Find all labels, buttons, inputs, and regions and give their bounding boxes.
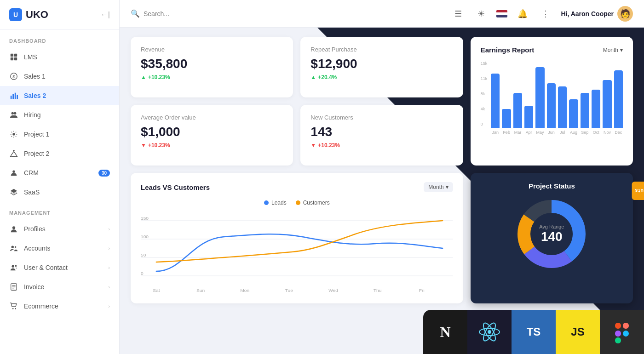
y-axis-labels: 15k 11k 8k 4k 0: [481, 61, 488, 135]
down-arrow-icon-2: ▼: [310, 142, 316, 148]
apps-grid-button[interactable]: ⋮: [538, 6, 553, 22]
svg-point-50: [488, 330, 491, 334]
sidebar-item-invoice[interactable]: Invoice ›: [0, 277, 119, 297]
bar-col-jun: Jun: [547, 83, 556, 135]
sidebar-item-project1[interactable]: Project 1: [0, 125, 119, 144]
bar-label-nov: Nov: [604, 130, 611, 135]
leads-card-header: Leads VS Customers Month ▾: [141, 182, 453, 192]
customers-legend-item: Customers: [296, 200, 330, 206]
sidebar-logo: U UKO ←|: [0, 0, 119, 30]
sidebar-collapse-button[interactable]: ←|: [101, 11, 110, 19]
react-logo-svg: [478, 320, 501, 343]
svg-rect-7: [12, 94, 14, 99]
svg-rect-55: [623, 323, 629, 329]
y-label-15k: 15k: [481, 61, 488, 66]
svg-point-12: [12, 133, 15, 135]
main-content: 🔍 ☰ ☀ 🔔 ⋮ Hi, Aaron Cooper 🧑 Revenue $35…: [120, 0, 644, 354]
line-chart: 150 100 50 0 Sat Sun Mon Tue Wed: [141, 211, 453, 294]
sidebar-section-management: MANAGEMENT: [0, 202, 119, 219]
notifications-button[interactable]: 🔔: [515, 6, 530, 22]
bar-oct: [592, 90, 600, 128]
earnings-card-header: Earnings Report Month ▾: [481, 46, 623, 54]
accounts-icon: [9, 244, 18, 253]
react-icon[interactable]: [467, 310, 512, 354]
repeat-purchase-label: Repeat Purchase: [310, 46, 453, 53]
svg-text:150: 150: [141, 216, 149, 221]
earnings-period-selector[interactable]: Month ▾: [603, 47, 623, 53]
earnings-period-label: Month: [603, 47, 618, 53]
hiring-label: Hiring: [24, 111, 110, 119]
bar-label-jan: Jan: [492, 130, 499, 135]
new-customers-change: ▼ +10.23%: [310, 142, 453, 148]
svg-point-21: [12, 246, 14, 248]
language-selector[interactable]: [496, 10, 507, 17]
svg-rect-1: [14, 54, 17, 57]
tech-icons-row: N TS JS: [423, 310, 644, 354]
bar-may: [535, 67, 544, 128]
sidebar-item-sales2[interactable]: Sales 2: [0, 86, 119, 105]
sidebar-item-sales1[interactable]: $ Sales 1: [0, 67, 119, 86]
bar-col-oct: Oct: [592, 90, 600, 135]
user-profile[interactable]: Hi, Aaron Cooper 🧑: [561, 6, 633, 22]
bar-col-dec: Dec: [614, 70, 623, 135]
bar-col-may: May: [535, 67, 544, 135]
sidebar-section-dashboard: DASHBOARD: [0, 30, 119, 47]
bar-col-nov: Nov: [603, 80, 611, 135]
project-status-card: Project Status Avg Range 140: [471, 173, 633, 303]
bar-chart-inner: JanFebMarAprMayJunJulAugSepOctNovDec: [491, 61, 623, 135]
figma-icon[interactable]: [600, 310, 644, 354]
bar-label-sep: Sep: [581, 130, 588, 135]
grid-icon: [9, 52, 18, 62]
layers-icon: [9, 188, 18, 197]
leads-legend-dot: [264, 200, 269, 205]
svg-text:Sun: Sun: [196, 288, 205, 293]
repeat-purchase-change-value: +20.4%: [318, 74, 337, 80]
svg-rect-57: [615, 337, 621, 343]
javascript-icon[interactable]: JS: [556, 310, 600, 354]
leads-chevron-icon: ▾: [446, 184, 448, 190]
svg-rect-3: [14, 57, 17, 60]
lms-label: LMS: [24, 53, 110, 61]
sidebar-item-hiring[interactable]: Hiring: [0, 105, 119, 125]
bar-label-jun: Jun: [548, 130, 555, 135]
bar-mar: [513, 93, 522, 128]
nodes-icon: [9, 149, 18, 158]
down-arrow-icon: ▼: [141, 142, 146, 148]
sidebar-item-profiles[interactable]: Profiles ›: [0, 219, 119, 239]
bar-label-oct: Oct: [593, 130, 599, 135]
bar-col-jan: Jan: [491, 74, 500, 135]
svg-point-24: [15, 265, 17, 267]
sidebar-item-lms[interactable]: LMS: [0, 47, 119, 67]
sidebar-item-crm[interactable]: CRM 30: [0, 163, 119, 183]
svg-rect-6: [11, 96, 12, 99]
search-input[interactable]: [144, 10, 236, 17]
avg-range-label: Avg Range: [539, 224, 564, 229]
y-label-8k: 8k: [481, 91, 488, 96]
svg-point-19: [12, 171, 15, 173]
ecommerce-icon: [9, 302, 18, 311]
sidebar-item-saas[interactable]: SaaS: [0, 183, 119, 202]
typescript-icon[interactable]: TS: [512, 310, 556, 354]
customers-legend-label: Customers: [303, 200, 330, 206]
sidebar-item-project2[interactable]: Project 2: [0, 144, 119, 163]
nextjs-icon[interactable]: N: [423, 310, 467, 354]
svg-rect-0: [11, 54, 13, 57]
new-customers-change-value: +10.23%: [318, 142, 340, 148]
svg-point-22: [15, 246, 17, 248]
bar-label-may: May: [536, 130, 544, 135]
profiles-chevron: ›: [108, 226, 110, 232]
layouts-tab[interactable]: Layouts: [632, 182, 644, 200]
leads-chart-title: Leads VS Customers: [141, 183, 210, 191]
leads-period-selector[interactable]: Month ▾: [424, 182, 453, 192]
theme-toggle-button[interactable]: ☀: [473, 6, 489, 22]
revenue-label: Revenue: [141, 46, 283, 53]
y-label-11k: 11k: [481, 76, 488, 81]
bar-nov: [603, 80, 611, 128]
project1-label: Project 1: [24, 131, 110, 138]
y-label-0: 0: [481, 122, 488, 126]
sidebar-item-user-contact[interactable]: User & Contact ›: [0, 258, 119, 277]
menu-icon-button[interactable]: ☰: [450, 6, 466, 22]
sidebar-item-ecommerce[interactable]: Ecommerce ›: [0, 297, 119, 316]
sales2-label: Sales 2: [24, 92, 110, 99]
sidebar-item-accounts[interactable]: Accounts ›: [0, 239, 119, 258]
